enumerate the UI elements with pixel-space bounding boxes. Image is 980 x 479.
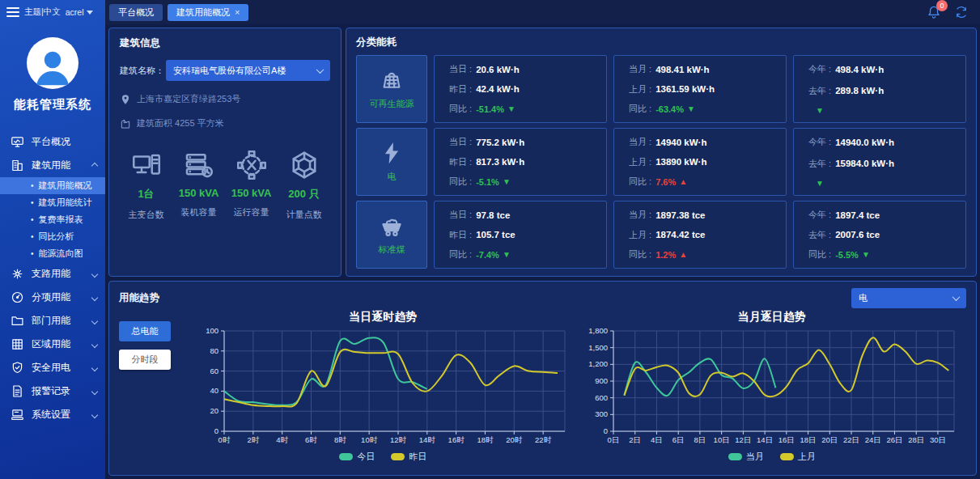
svg-text:16日: 16日	[778, 435, 794, 444]
installed-capacity-icon	[185, 150, 214, 180]
svg-text:20: 20	[210, 406, 218, 415]
daily-trend-chart-canvas: 0204060801000时2时4时6时8时10时12时14时16时18时20时…	[189, 326, 578, 449]
svg-text:4时: 4时	[276, 435, 288, 444]
sidebar-item-label: 平台概况	[32, 135, 70, 149]
svg-text:2日: 2日	[629, 435, 641, 444]
tab-building-energy-overview[interactable]: 建筑用能概况 ×	[168, 4, 248, 21]
sidebar-subitem-building-energy-statistics[interactable]: 建筑用能统计	[0, 194, 105, 211]
svg-text:12日: 12日	[735, 435, 751, 444]
sidebar-item-electrical-safety[interactable]: 安全用电	[0, 356, 105, 379]
category-row-standard-coal: 标准煤 当日 :97.8 tce 昨日 :105.7 tce 同比 :-7.4%…	[356, 201, 966, 269]
building-select[interactable]: 安科瑞电气股份有限公司A楼	[166, 60, 330, 81]
trend-arrow-icon: ▼	[862, 250, 870, 259]
sidebar-item-alarm-records[interactable]: 报警记录	[0, 379, 105, 403]
svg-text:22时: 22时	[535, 435, 552, 444]
sidebar-item-label: 建筑用能	[32, 159, 70, 172]
report-icon	[11, 384, 24, 398]
trend-value: -5.1%▼	[476, 177, 511, 187]
trend-arrow-icon: ▼	[507, 104, 515, 113]
sidebar-item-system-settings[interactable]: 系统设置	[0, 403, 105, 426]
time-period-button[interactable]: 分时段	[119, 350, 171, 370]
sidebar: 主题|中文 acrel 能耗管理系统 平台概况 建筑用能 建筑用能概况 建筑用能…	[0, 0, 105, 479]
trend-mode-buttons: 总电能 分时段	[119, 310, 189, 468]
refresh-button[interactable]	[954, 5, 969, 19]
settings-icon	[11, 408, 24, 422]
svg-text:14日: 14日	[757, 435, 773, 444]
chevron-down-icon	[91, 364, 98, 371]
energy-stat-card: 当月 :1897.38 tce 上月 :1874.42 tce 同比 :1.2%…	[613, 201, 787, 269]
sidebar-subitem-tariff-report[interactable]: 复费率报表	[0, 211, 105, 228]
energy-stat-card: 当月 :14940 kW·h 上月 :13890 kW·h 同比 :7.6%▲	[613, 128, 787, 196]
legend-today[interactable]: 今日	[339, 451, 375, 463]
svg-text:8日: 8日	[694, 435, 706, 444]
sidebar-item-label: 系统设置	[32, 408, 70, 422]
region-icon	[11, 337, 24, 351]
energy-type-label: 可再生能源	[370, 98, 414, 110]
menu-toggle-icon[interactable]	[6, 7, 19, 17]
sidebar-item-label: 部门用能	[32, 314, 70, 328]
energy-type-select[interactable]: 电	[851, 288, 966, 308]
legend-current-month[interactable]: 当月	[728, 451, 764, 463]
notification-badge: 0	[936, 0, 948, 11]
tab-platform-overview[interactable]: 平台概况	[109, 4, 163, 21]
theme-language-label[interactable]: 主题|中文	[24, 6, 61, 18]
energy-type-select-value: 电	[859, 292, 948, 304]
chevron-down-icon	[952, 293, 961, 301]
sidebar-subitem-yoy-analysis[interactable]: 同比分析	[0, 228, 105, 245]
svg-text:2时: 2时	[247, 435, 259, 444]
energy-type-label: 标准煤	[379, 244, 405, 256]
svg-text:100: 100	[206, 326, 218, 335]
svg-text:0: 0	[214, 426, 218, 435]
legend-mark	[780, 453, 794, 460]
shield-icon	[11, 361, 24, 375]
building-info-panel: 建筑信息 建筑名称： 安科瑞电气股份有限公司A楼 上海市嘉定区育绿路253号 建…	[108, 28, 342, 277]
folder-icon	[11, 314, 24, 328]
electricity-icon	[380, 141, 404, 165]
svg-text:30日: 30日	[929, 435, 945, 444]
sidebar-item-region-energy[interactable]: 区域用能	[0, 333, 105, 356]
sidebar-item-branch-energy[interactable]: 支路用能	[0, 262, 105, 286]
energy-type-tile: 可再生能源	[356, 55, 427, 123]
close-icon[interactable]: ×	[235, 7, 240, 17]
building-energy-submenu: 建筑用能概况 建筑用能统计 复费率报表 同比分析 能源流向图	[0, 177, 105, 262]
caret-down-icon	[87, 11, 93, 15]
topbar-actions: 0	[927, 5, 969, 19]
energy-stat-card: 今年 :14940.0 kW·h 去年 :15984.0 kW·h ▼	[793, 128, 966, 196]
sidebar-subitem-building-energy-overview[interactable]: 建筑用能概况	[0, 177, 105, 194]
trend-value: 1.2%▲	[655, 250, 687, 260]
area-icon	[120, 118, 131, 129]
sidebar-item-label: 分项用能	[32, 290, 70, 304]
building-area: 建筑面积 4255 平方米	[137, 117, 224, 129]
svg-text:900: 900	[595, 376, 608, 385]
sidebar-item-building-energy[interactable]: 建筑用能	[0, 154, 105, 177]
monthly-trend-chart: 当月逐日趋势 03006009001,2001,5001,8000日2日4日6日…	[578, 310, 967, 468]
chevron-down-icon	[91, 341, 98, 347]
svg-text:0时: 0时	[218, 435, 231, 444]
svg-text:20日: 20日	[821, 435, 838, 444]
sidebar-header: 主题|中文 acrel	[0, 0, 105, 24]
energy-stat-card: 当日 :775.2 kW·h 昨日 :817.3 kW·h 同比 :-5.1%▼	[434, 128, 607, 196]
notifications-button[interactable]: 0	[927, 5, 941, 19]
legend-yesterday[interactable]: 昨日	[391, 451, 426, 463]
sidebar-item-label: 报警记录	[32, 384, 70, 398]
sidebar-menu: 平台概况 建筑用能 建筑用能概况 建筑用能统计 复费率报表 同比分析 能源流向图…	[0, 130, 105, 426]
category-row-renewable: 可再生能源 当日 :20.6 kW·h 昨日 :42.4 kW·h 同比 :-5…	[356, 55, 966, 123]
sidebar-item-subentry-energy[interactable]: 分项用能	[0, 286, 105, 309]
trend-value: -7.4%▼	[476, 250, 511, 260]
svg-text:6日: 6日	[672, 435, 684, 444]
legend-last-month[interactable]: 上月	[780, 451, 816, 463]
user-menu[interactable]: acrel	[66, 7, 93, 17]
building-name-label: 建筑名称：	[120, 65, 164, 77]
svg-text:0: 0	[603, 426, 607, 435]
monitor-icon	[11, 135, 24, 149]
sidebar-subitem-energy-flow-diagram[interactable]: 能源流向图	[0, 245, 105, 262]
sidebar-item-platform-overview[interactable]: 平台概况	[0, 130, 105, 154]
svg-text:10时: 10时	[361, 435, 378, 444]
chart-title: 当月逐日趋势	[578, 310, 967, 326]
total-energy-button[interactable]: 总电能	[119, 321, 171, 341]
svg-text:12时: 12时	[390, 435, 407, 444]
panel-title: 用能趋势	[119, 291, 159, 305]
panel-title: 建筑信息	[120, 36, 330, 50]
trend-arrow-icon: ▼	[687, 104, 695, 113]
sidebar-item-department-energy[interactable]: 部门用能	[0, 309, 105, 333]
